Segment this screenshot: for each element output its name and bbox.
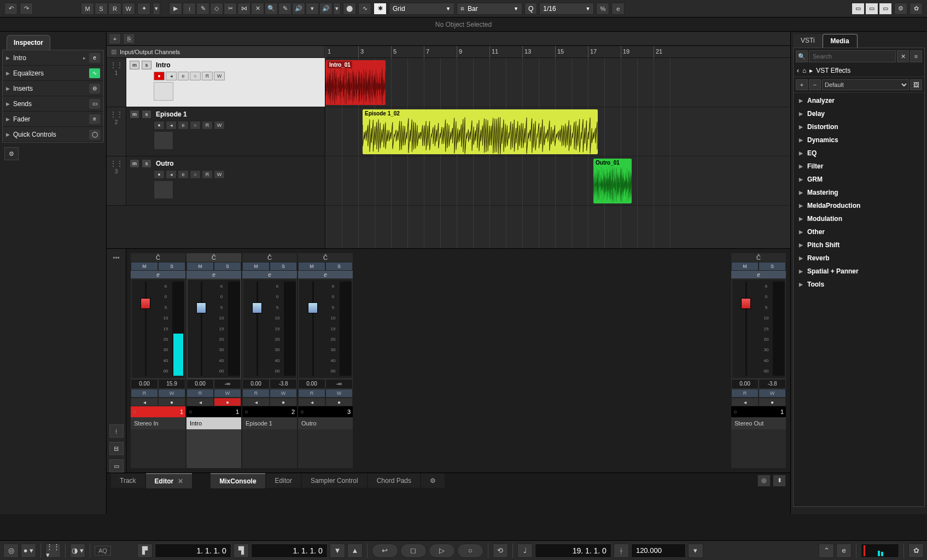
tab-sampler-control[interactable]: Sampler Control [302, 474, 367, 488]
read-automation-button[interactable]: R [202, 170, 213, 179]
eq-active-icon[interactable]: ∿ [89, 68, 100, 78]
monitor-button[interactable]: ◂ [731, 398, 759, 406]
write-all-button[interactable]: W [122, 3, 135, 15]
channel-name[interactable]: Episode 1 [242, 417, 297, 429]
audio-rec-mode-button[interactable]: ⋮⋮ ▾ [45, 544, 61, 558]
redo-button[interactable]: ↷ [20, 3, 33, 15]
media-category-item[interactable]: ▶Modulation [794, 212, 924, 225]
fader-value[interactable]: 0.00 [131, 379, 158, 389]
media-category-item[interactable]: ▶Pitch Shift [794, 238, 924, 252]
mute-button[interactable]: m [130, 61, 139, 69]
freeze-button[interactable]: ○ [190, 72, 201, 80]
record-enable-button[interactable]: ● [214, 398, 241, 406]
track-presets-button[interactable]: ⎘ [123, 33, 135, 44]
channel-name[interactable]: Stereo Out [731, 417, 786, 429]
solo-button[interactable]: s [142, 110, 151, 119]
write-automation-button[interactable]: W [214, 389, 241, 398]
edit-channel-button[interactable]: e [731, 271, 786, 278]
bypass-icon[interactable]: ⊖ [89, 84, 100, 94]
fader-cap[interactable] [308, 302, 318, 313]
peak-value[interactable]: -3.8 [759, 379, 786, 389]
tool-comp[interactable]: ✎ [278, 3, 291, 15]
record-button[interactable]: ○ [457, 544, 483, 558]
track-row[interactable]: ⋮⋮3 m s Outro ● ◂ e ○ R W [107, 156, 325, 206]
transport-settings-button[interactable]: ✿ [908, 544, 924, 558]
mute-button[interactable]: m [130, 159, 139, 168]
track-row[interactable]: ⋮⋮2 m s Episode 1 ● ◂ e ○ R W [107, 107, 325, 156]
solo-button[interactable]: S [158, 262, 185, 271]
clear-search-button[interactable]: ✕ [897, 50, 909, 62]
right-locator-display[interactable]: 1. 1. 1. 0 [251, 544, 328, 558]
solo-button[interactable]: S [214, 262, 241, 271]
fader[interactable] [132, 282, 159, 376]
mute-button[interactable]: M [298, 262, 325, 271]
right-locator-flag[interactable]: ▜ [234, 544, 249, 558]
click-button[interactable]: ⌃ [819, 544, 834, 558]
edit-channel-button[interactable]: e [298, 271, 353, 278]
write-automation-button[interactable]: W [759, 389, 786, 398]
read-automation-button[interactable]: R [186, 389, 214, 398]
fader-value[interactable]: 0.00 [242, 379, 270, 389]
tempo-mode-button[interactable]: ♩ [517, 544, 533, 558]
fader-cap[interactable] [141, 298, 150, 309]
tool-zoom[interactable]: 🔍 [265, 3, 278, 15]
automation-dropdown[interactable]: ▾ [153, 3, 160, 15]
solo-button[interactable]: S [759, 262, 786, 271]
close-icon[interactable]: ✕ [178, 477, 183, 485]
tool-line[interactable]: ▾ [306, 3, 319, 15]
pan-label[interactable]: C [242, 253, 297, 262]
mix-view-faders[interactable]: ⟊ [109, 424, 124, 438]
pan-label[interactable]: C [131, 253, 185, 262]
tab-mixconsole[interactable]: MixConsole [211, 473, 265, 488]
position-display[interactable]: 19. 1. 1. 0 [535, 544, 611, 558]
punch-in-button[interactable]: ▼ [330, 544, 345, 558]
monitor-button[interactable]: ◂ [186, 398, 214, 406]
edit-channel-button[interactable]: e [242, 271, 297, 278]
layout-2-button[interactable]: ▭ [865, 3, 878, 15]
tool-glue[interactable]: ⋈ [237, 3, 250, 15]
edit-channel-button[interactable]: e [178, 72, 189, 80]
io-channels-row[interactable]: ▥ Input/Output Channels [107, 46, 325, 58]
write-automation-button[interactable]: W [214, 170, 225, 179]
monitor-button[interactable]: ◂ [166, 121, 177, 130]
retrospective-rec-button[interactable]: ⟲ [493, 544, 508, 558]
mute-button[interactable]: m [130, 110, 139, 119]
list-view-button[interactable]: ≡ [910, 50, 922, 62]
constrain-button[interactable]: ◎ [3, 544, 19, 558]
lower-target-button[interactable]: ◎ [757, 475, 771, 487]
pan-label[interactable]: C [186, 253, 241, 262]
channel-strip[interactable]: C MS e 605101520304000 0.0015.9 RW ◂● ○1… [131, 253, 185, 468]
fader-cap[interactable] [196, 302, 206, 313]
peak-value[interactable]: -∞ [325, 379, 353, 389]
stop-button[interactable]: ◻ [400, 544, 427, 558]
midi-rec-mode-button[interactable]: ◑ ▾ [70, 544, 85, 558]
toolbar-settings-button[interactable]: ✿ [909, 3, 923, 15]
monitor-button[interactable]: ◂ [131, 398, 158, 406]
media-category-item[interactable]: ▶Mastering [794, 186, 924, 199]
edit-channel-icon[interactable]: e [89, 53, 100, 63]
channel-name[interactable]: Intro [186, 417, 241, 429]
tool-range[interactable]: ⟮ [183, 3, 196, 15]
inspector-sends[interactable]: ▶ Sends ▭ [3, 96, 103, 112]
undo-button[interactable]: ↶ [4, 3, 18, 15]
freeze-button[interactable]: ○ [190, 170, 201, 179]
media-category-item[interactable]: ▶Filter [794, 160, 924, 173]
snap-mode-select[interactable]: Grid▼ [389, 3, 454, 15]
channel-name[interactable]: Outro [298, 417, 353, 429]
iterative-q-button[interactable]: % [596, 3, 609, 15]
peak-value[interactable]: -3.8 [270, 379, 297, 389]
tool-timewarp[interactable]: 🔊 [292, 3, 305, 15]
quantize-select[interactable]: Q [524, 3, 537, 15]
qc-icon[interactable]: ◯ [89, 130, 100, 139]
media-category-item[interactable]: ▶Reverb [794, 252, 924, 265]
tab-editor[interactable]: Editor [266, 474, 301, 488]
lower-zone-settings[interactable]: ⚙ [421, 474, 445, 488]
lower-expand-button[interactable]: ⬍ [773, 475, 786, 487]
pan-label[interactable]: C [731, 253, 786, 262]
inspector-quick-controls[interactable]: ▶ Quick Controls ◯ [3, 127, 103, 142]
write-automation-button[interactable]: W [158, 389, 185, 398]
layout-3-button[interactable]: ▭ [879, 3, 892, 15]
record-enable-button[interactable]: ● [154, 72, 165, 80]
channel-strip[interactable]: C MS e 605101520304000 0.00-3.8 RW ◂● ○2… [242, 253, 297, 468]
fader[interactable] [732, 282, 760, 376]
